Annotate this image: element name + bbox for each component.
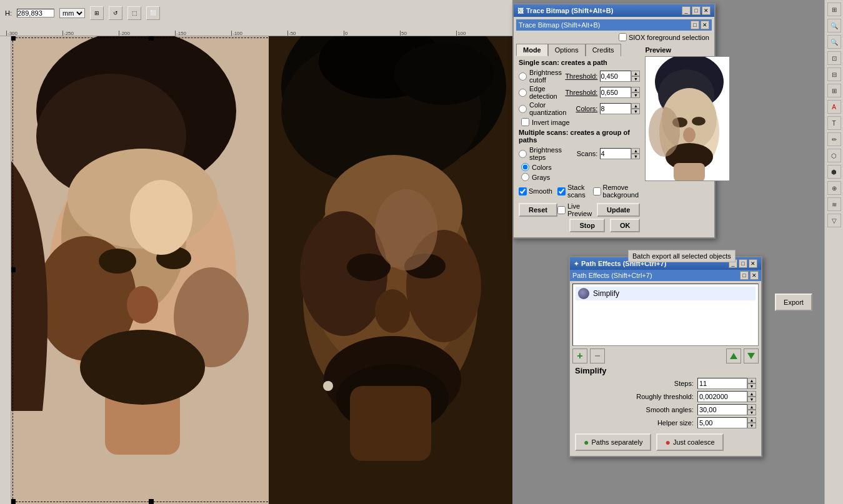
- siox-checkbox[interactable]: [619, 33, 627, 41]
- minimize-btn[interactable]: _: [682, 6, 691, 15]
- pe-steps-label: Steps:: [674, 380, 694, 387]
- stack-checkbox[interactable]: [557, 187, 566, 195]
- brightness-steps-radio[interactable]: [519, 150, 527, 158]
- grays-radio[interactable]: [521, 173, 529, 181]
- pe-close-btn[interactable]: ✕: [749, 259, 757, 268]
- pe-maximize-btn[interactable]: □: [739, 259, 747, 268]
- svg-point-29: [323, 381, 333, 391]
- live-preview-checkbox[interactable]: [557, 206, 566, 214]
- sidebar-btn-10[interactable]: ⬡: [827, 149, 841, 162]
- edge-spin-up[interactable]: ▲: [631, 87, 640, 92]
- ruler-tick: 0: [344, 31, 400, 36]
- brightness-threshold-input[interactable]: [600, 71, 631, 82]
- pe-smooth-angles-label: Smooth angles:: [646, 406, 694, 413]
- grays-label: Grays: [532, 174, 550, 181]
- sidebar-btn-9[interactable]: ✏: [827, 132, 841, 146]
- tab-options[interactable]: Options: [548, 44, 586, 56]
- sidebar-btn-2[interactable]: 🔍: [827, 19, 841, 32]
- pe-roughly-up[interactable]: ▲: [747, 391, 756, 397]
- sidebar-btn-4[interactable]: ⊡: [827, 51, 841, 65]
- tab-mode[interactable]: Mode: [516, 44, 548, 56]
- height-label: H:: [5, 9, 12, 17]
- scans-spin-up[interactable]: ▲: [631, 148, 640, 154]
- reset-button[interactable]: Reset: [519, 203, 557, 217]
- toolbar-btn-2[interactable]: ↺: [109, 6, 122, 20]
- height-input[interactable]: [17, 9, 54, 17]
- brightness-radio[interactable]: [519, 72, 527, 81]
- scans-input[interactable]: [600, 148, 631, 159]
- edge-spin-down[interactable]: ▼: [631, 92, 640, 98]
- colors-label: Colors:: [576, 105, 598, 112]
- pe-helper-size-down[interactable]: ▼: [747, 423, 756, 428]
- toolbar-btn-1[interactable]: ⊞: [90, 6, 104, 20]
- colors-multi-radio[interactable]: [521, 163, 529, 171]
- colors-spin-up[interactable]: ▲: [631, 103, 640, 109]
- edge-radio-row: Edge detection: [519, 85, 565, 100]
- sidebar-btn-3[interactable]: 🔍: [827, 35, 841, 49]
- smooth-checkbox[interactable]: [519, 187, 527, 195]
- height-unit-select[interactable]: mm: [59, 8, 85, 18]
- brightness-row: Brightness cutoff Threshold: ▲ ▼: [519, 69, 640, 84]
- pe-bottom-buttons: ● Paths separately ● Just coalesce: [575, 433, 756, 451]
- edge-radio[interactable]: [519, 89, 527, 97]
- pe-smooth-angles-up[interactable]: ▲: [747, 404, 756, 410]
- pe-list-item-simplify[interactable]: Simplify: [576, 287, 756, 300]
- pe-steps-input[interactable]: [697, 378, 747, 389]
- inner-restore-btn[interactable]: □: [691, 21, 699, 29]
- brightness-radio-row: Brightness cutoff: [519, 69, 565, 84]
- pe-roughly-down[interactable]: ▼: [747, 397, 756, 402]
- batch-export-text: Batch export all selected objects: [628, 250, 736, 262]
- svg-point-45: [649, 107, 680, 157]
- brightness-spin-down[interactable]: ▼: [631, 76, 640, 82]
- invert-checkbox[interactable]: [521, 118, 529, 126]
- trace-icon: 🖼: [517, 7, 524, 14]
- remove-bg-checkbox[interactable]: [593, 187, 601, 195]
- pe-down-btn[interactable]: [744, 348, 759, 363]
- colors-spin-down[interactable]: ▼: [631, 109, 640, 114]
- maximize-btn[interactable]: □: [692, 6, 701, 15]
- trace-dialog-title: Trace Bitmap (Shift+Alt+B): [526, 7, 613, 14]
- pe-roughly-input[interactable]: [697, 391, 747, 402]
- pe-remove-btn[interactable]: −: [590, 348, 605, 363]
- pe-helper-size-input[interactable]: [697, 417, 747, 428]
- toolbar-btn-4[interactable]: ⬜: [146, 6, 160, 20]
- sidebar-btn-6[interactable]: ⊞: [827, 84, 841, 97]
- export-button[interactable]: Export: [775, 294, 812, 311]
- remove-bg-row: Remove background: [593, 184, 641, 199]
- close-btn[interactable]: ✕: [702, 6, 711, 15]
- sidebar-btn-12[interactable]: ⊕: [827, 181, 841, 195]
- pe-steps-down[interactable]: ▼: [747, 383, 756, 389]
- sidebar-btn-8[interactable]: T: [827, 116, 841, 130]
- tab-credits[interactable]: Credits: [586, 44, 621, 56]
- sidebar-btn-5[interactable]: ⊟: [827, 67, 841, 81]
- update-button[interactable]: Update: [597, 203, 640, 217]
- stop-button[interactable]: Stop: [569, 219, 604, 232]
- just-coalesce-btn[interactable]: ● Just coalesce: [656, 433, 723, 451]
- brightness-spin-up[interactable]: ▲: [631, 71, 640, 76]
- pe-up-btn[interactable]: [726, 348, 741, 363]
- ok-button[interactable]: OK: [610, 219, 641, 232]
- sidebar-btn-11[interactable]: ⬢: [827, 165, 841, 179]
- edge-threshold-input[interactable]: [600, 87, 631, 98]
- siox-row: SIOX foreground selection: [516, 33, 712, 41]
- pe-inner-restore[interactable]: □: [740, 271, 749, 280]
- color-radio[interactable]: [519, 105, 527, 113]
- pe-steps-up[interactable]: ▲: [747, 378, 756, 383]
- smooth-row: Smooth: [519, 187, 552, 195]
- trace-dialog-titlebar[interactable]: 🖼 Trace Bitmap (Shift+Alt+B) _ □ ✕: [514, 4, 714, 17]
- pe-add-btn[interactable]: +: [572, 348, 587, 363]
- sidebar-btn-14[interactable]: ▽: [827, 214, 841, 227]
- sidebar-btn-1[interactable]: ⊞: [827, 2, 841, 16]
- paths-separately-btn[interactable]: ● Paths separately: [575, 433, 651, 451]
- sidebar-btn-7[interactable]: A: [827, 100, 841, 114]
- sidebar-btn-13[interactable]: ≋: [827, 197, 841, 211]
- scans-spin-down[interactable]: ▼: [631, 154, 640, 159]
- trace-content: Mode Options Credits Single scan: create…: [516, 44, 712, 235]
- inner-close-btn[interactable]: ✕: [701, 21, 709, 29]
- pe-smooth-angles-input[interactable]: [697, 404, 747, 415]
- toolbar-btn-3[interactable]: ⬚: [127, 6, 141, 20]
- colors-input[interactable]: [600, 103, 631, 114]
- pe-inner-close[interactable]: ✕: [750, 271, 759, 280]
- pe-helper-size-up[interactable]: ▲: [747, 417, 756, 423]
- pe-smooth-angles-down[interactable]: ▼: [747, 410, 756, 415]
